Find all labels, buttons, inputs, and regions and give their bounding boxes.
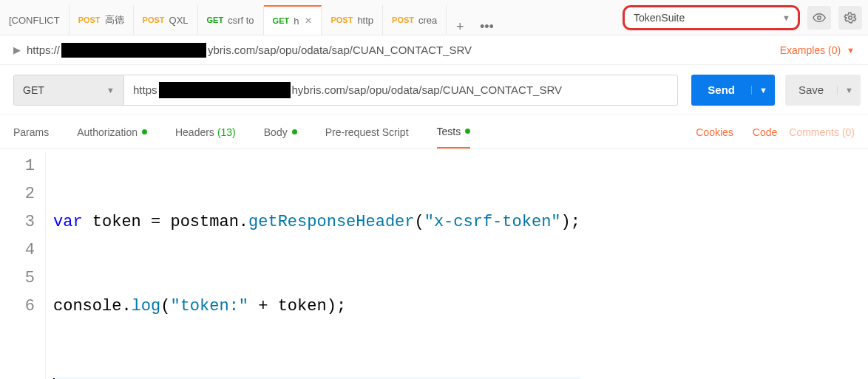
code-area[interactable]: var token = postman.getResponseHeader("x… bbox=[46, 152, 580, 379]
environment-name: TokenSuite bbox=[634, 12, 685, 24]
more-tabs-button[interactable]: ••• bbox=[473, 19, 500, 35]
method-badge: POST bbox=[143, 16, 165, 24]
request-title-row: ▶ https:// ybris.com/sap/opu/odata/sap/C… bbox=[0, 35, 868, 65]
request-row: GET ▼ https hybris.com/sap/opu/odata/sap… bbox=[0, 65, 868, 115]
method-badge: POST bbox=[330, 16, 353, 24]
tab-label: Body bbox=[264, 126, 288, 138]
tab-label: [CONFLICT bbox=[9, 15, 60, 26]
status-dot-icon bbox=[465, 129, 470, 134]
url-suffix: hybris.com/sap/opu/odata/sap/CUAN_CONTAC… bbox=[292, 83, 562, 96]
method-value: GET bbox=[23, 84, 44, 96]
line-number: 6 bbox=[0, 293, 35, 321]
line-number: 4 bbox=[0, 236, 35, 264]
expand-icon[interactable]: ▶ bbox=[13, 44, 21, 55]
svg-point-0 bbox=[818, 16, 821, 19]
method-badge: GET bbox=[273, 16, 290, 25]
top-bar: [CONFLICT POST 高德 POST QXL GET csrf to G… bbox=[0, 0, 868, 35]
tab-conflict[interactable]: [CONFLICT bbox=[0, 5, 69, 35]
send-split-button[interactable]: ▼ bbox=[751, 86, 775, 95]
svg-point-1 bbox=[849, 16, 852, 19]
tab-params[interactable]: Params bbox=[13, 115, 49, 148]
cookies-link[interactable]: Cookies bbox=[696, 126, 733, 138]
topbar-right: TokenSuite ▼ bbox=[617, 5, 868, 30]
code-link[interactable]: Code bbox=[745, 126, 777, 138]
method-badge: GET bbox=[207, 16, 224, 24]
tab-post-http[interactable]: POST http bbox=[322, 5, 383, 35]
headers-count: (13) bbox=[217, 126, 236, 138]
tab-strip: [CONFLICT POST 高德 POST QXL GET csrf to G… bbox=[0, 0, 617, 35]
status-dot-icon bbox=[292, 129, 297, 134]
method-badge: POST bbox=[392, 16, 414, 24]
code-line: console.log("token:" + token); bbox=[53, 293, 580, 321]
tab-label: csrf to bbox=[228, 15, 254, 26]
eye-icon bbox=[813, 11, 826, 24]
line-number: 3 bbox=[0, 208, 35, 236]
redacted-host bbox=[159, 82, 291, 98]
examples-dropdown[interactable]: Examples (0) bbox=[780, 44, 841, 56]
tab-headers[interactable]: Headers (13) bbox=[175, 115, 236, 148]
chevron-down-icon[interactable]: ▼ bbox=[847, 46, 855, 55]
status-dot-icon bbox=[142, 129, 147, 134]
line-number: 1 bbox=[0, 152, 35, 180]
tab-authorization[interactable]: Authorization bbox=[77, 115, 147, 148]
settings-button[interactable] bbox=[838, 6, 862, 30]
request-url-prefix: https:// bbox=[27, 44, 60, 56]
request-subtabs: Params Authorization Headers (13) Body P… bbox=[0, 115, 868, 149]
save-button-group: Save ▼ bbox=[785, 75, 861, 106]
tab-post-crea[interactable]: POST crea bbox=[383, 5, 447, 35]
tab-body[interactable]: Body bbox=[264, 115, 297, 148]
gear-icon bbox=[844, 11, 857, 24]
close-icon[interactable]: ✕ bbox=[305, 16, 312, 26]
chevron-down-icon: ▼ bbox=[106, 86, 115, 95]
tab-label: Headers bbox=[175, 126, 214, 138]
redacted-host bbox=[61, 43, 206, 58]
tab-label: Tests bbox=[437, 126, 461, 137]
tab-label: QXL bbox=[169, 15, 189, 26]
save-split-button[interactable]: ▼ bbox=[837, 86, 861, 95]
tab-post-gaode[interactable]: POST 高德 bbox=[69, 5, 134, 35]
method-select[interactable]: GET ▼ bbox=[13, 75, 124, 106]
environment-select[interactable]: TokenSuite ▼ bbox=[623, 5, 800, 30]
code-line: var token = postman.getResponseHeader("x… bbox=[53, 208, 580, 236]
tab-get-h[interactable]: GET h ✕ bbox=[264, 5, 322, 35]
tab-label: Pre-request Script bbox=[325, 126, 409, 138]
send-button[interactable]: Send bbox=[691, 83, 751, 96]
method-badge: POST bbox=[78, 16, 101, 24]
tab-get-csrf[interactable]: GET csrf to bbox=[198, 5, 264, 35]
tab-label: http bbox=[357, 15, 373, 26]
tab-post-qxl[interactable]: POST QXL bbox=[134, 5, 198, 35]
line-gutter: 1 2 3 4 5 6 bbox=[0, 152, 46, 379]
chevron-down-icon: ▼ bbox=[782, 13, 790, 22]
send-button-group: Send ▼ bbox=[691, 75, 775, 106]
tab-label: crea bbox=[418, 15, 437, 26]
tests-editor[interactable]: 1 2 3 4 5 6 var token = postman.getRespo… bbox=[0, 149, 868, 379]
tab-label: Authorization bbox=[77, 126, 138, 138]
tab-tests[interactable]: Tests bbox=[437, 115, 471, 148]
url-input[interactable]: https hybris.com/sap/opu/odata/sap/CUAN_… bbox=[124, 75, 678, 106]
line-number: 2 bbox=[0, 180, 35, 208]
tab-label: h bbox=[294, 16, 299, 27]
tab-label: Params bbox=[13, 126, 49, 138]
save-button[interactable]: Save bbox=[785, 83, 837, 96]
tab-label: 高德 bbox=[105, 13, 124, 27]
url-prefix: https bbox=[133, 83, 157, 96]
comments-link[interactable]: Comments (0) bbox=[789, 126, 855, 138]
environment-quicklook-button[interactable] bbox=[807, 6, 831, 30]
new-tab-button[interactable]: + bbox=[447, 19, 473, 35]
line-number: 5 bbox=[0, 264, 35, 293]
tab-pre-request[interactable]: Pre-request Script bbox=[325, 115, 409, 148]
request-url-suffix: ybris.com/sap/opu/odata/sap/CUAN_CONTACT… bbox=[208, 44, 472, 56]
